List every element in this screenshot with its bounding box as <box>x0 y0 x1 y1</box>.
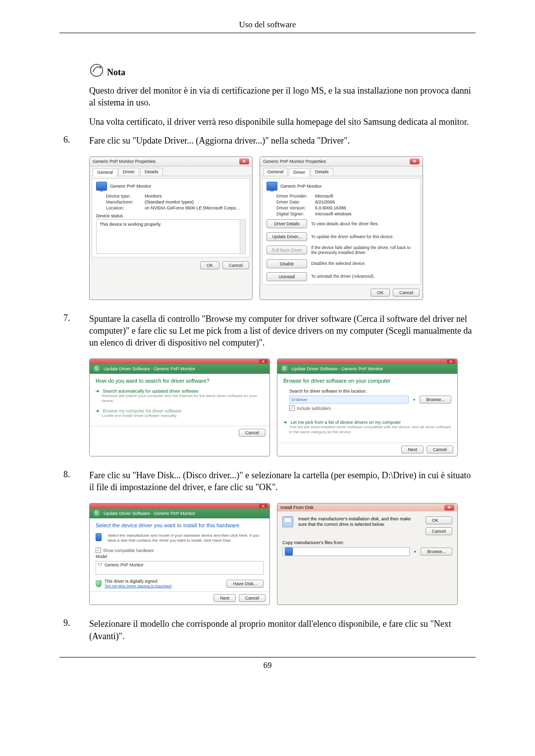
wizard-search-method: ✕ ← Update Driver Software - Generic PnP… <box>89 358 270 456</box>
step-7-text: Spuntare la casella di controllo "Browse… <box>89 313 476 349</box>
copy-from-label: Copy manufacturer's files from: <box>282 540 452 545</box>
close-icon[interactable]: ✕ <box>447 359 455 364</box>
rollback-driver-button[interactable]: Roll Back Driver <box>267 246 307 254</box>
wizard-browse: ✕ ← Update Driver Software - Generic PnP… <box>277 358 458 456</box>
close-icon[interactable]: ✕ <box>444 504 454 510</box>
model-label: Model <box>96 554 264 559</box>
step-6-text: Fare clic su "Update Driver... (Aggiorna… <box>89 135 476 147</box>
model-item: Generic PnP Monitor <box>105 562 144 567</box>
properties-dialog-general: Generic PnP Monitor Properties ✕ General… <box>89 156 253 300</box>
driver-date-label: Driver Date: <box>276 200 315 204</box>
model-list[interactable]: 🛡 Generic PnP Monitor <box>96 561 264 575</box>
close-icon[interactable]: ✕ <box>239 158 249 164</box>
note-icon <box>89 63 104 78</box>
tab-general[interactable]: General <box>263 168 288 176</box>
dialog-title: Generic PnP Monitor Properties <box>93 159 156 164</box>
show-compatible-label: Show compatible hardware <box>103 548 154 553</box>
device-status-label: Device status <box>96 213 246 218</box>
wizard-desc: Select the manufacturer and model of you… <box>107 533 264 543</box>
properties-dialog-driver: Generic PnP Monitor Properties ✕ General… <box>260 156 423 300</box>
disable-button[interactable]: Disable <box>267 259 307 268</box>
dialog-title: Install From Disk <box>280 505 314 510</box>
include-subfolders-checkbox[interactable]: ✓ <box>289 405 295 411</box>
manufacturer-value: (Standard monitor types) <box>145 200 246 204</box>
option-title: Search automatically for updated driver … <box>103 389 199 394</box>
note-paragraph-1: Questo driver del monitor è in via di ce… <box>89 85 476 109</box>
page-number: 69 <box>59 660 476 670</box>
step-7-number: 7. <box>59 313 89 349</box>
browse-button[interactable]: Browse... <box>420 396 451 403</box>
ok-button[interactable]: OK <box>371 289 390 297</box>
have-disk-button[interactable]: Have Disk... <box>226 580 264 588</box>
device-type-value: Monitors <box>145 194 246 199</box>
driver-version-label: Driver Version: <box>276 205 315 210</box>
tab-driver[interactable]: Driver <box>118 168 139 176</box>
browse-button[interactable]: Browse... <box>421 548 452 555</box>
cancel-button[interactable]: Cancel <box>427 446 453 454</box>
update-driver-button[interactable]: Update Driver... <box>267 232 307 241</box>
next-button[interactable]: Next <box>401 446 424 454</box>
cancel-button[interactable]: Cancel <box>426 527 452 535</box>
signing-info-link[interactable]: Tell me why driver signing is important <box>105 584 171 588</box>
option-title: Browse my computer for driver software <box>103 408 182 413</box>
option-browse-computer[interactable]: ➔ Browse my computer for driver software… <box>96 408 264 418</box>
chapter-title: Uso del software <box>59 20 476 30</box>
cancel-button[interactable]: Cancel <box>222 261 249 269</box>
tab-details[interactable]: Details <box>311 168 333 176</box>
install-from-disk-dialog: Install From Disk ✕ Insert the manufactu… <box>277 503 458 605</box>
option-let-me-pick[interactable]: ➔ Let me pick from a list of device driv… <box>283 420 451 434</box>
rollback-driver-desc: If the device fails after updating the d… <box>311 245 416 255</box>
driver-details-desc: To view details about the driver files. <box>311 221 416 226</box>
driver-provider-label: Driver Provider: <box>276 194 315 199</box>
cancel-button[interactable]: Cancel <box>239 594 266 602</box>
next-button[interactable]: Next <box>214 594 236 602</box>
step-8-text: Fare clic su "Have Disk... (Disco driver… <box>89 469 476 494</box>
wizard-breadcrumb: Update Driver Software - Generic PnP Mon… <box>104 366 195 371</box>
option-auto-search[interactable]: ➔ Search automatically for updated drive… <box>96 389 264 403</box>
shield-icon: 🛡 <box>98 562 103 567</box>
footer-rule <box>59 657 476 657</box>
chevron-down-icon[interactable]: ▾ <box>412 398 417 402</box>
wizard-breadcrumb: Update Driver Software - Generic PnP Mon… <box>104 511 195 516</box>
show-compatible-checkbox[interactable]: ✓ <box>96 548 101 553</box>
ok-button[interactable]: OK <box>200 261 219 269</box>
uninstall-button[interactable]: Uninstall <box>267 272 307 281</box>
arrow-icon: ➔ <box>96 408 100 413</box>
close-icon[interactable]: ✕ <box>259 504 268 508</box>
back-icon[interactable]: ← <box>94 365 101 372</box>
path-input[interactable]: D:\Driver <box>289 396 409 403</box>
drive-icon <box>285 548 293 555</box>
driver-provider-value: Microsoft <box>315 194 416 199</box>
device-status-text: This device is working properly. <box>100 222 161 227</box>
monitor-icon <box>96 182 107 191</box>
ok-button[interactable]: OK <box>426 516 452 524</box>
wizard-title: Browse for driver software on your compu… <box>283 378 451 384</box>
arrow-icon: ➔ <box>96 389 100 394</box>
wizard-select-driver: ✕ ← Update Driver Software - Generic PnP… <box>89 503 270 605</box>
option-title: Let me pick from a list of device driver… <box>291 420 401 425</box>
scrollbar[interactable] <box>240 220 245 253</box>
path-value: D:\Driver <box>292 398 308 402</box>
location-value: on NVIDIA GeForce 8600 LE (Microsoft Cor… <box>145 205 246 210</box>
update-driver-desc: To update the driver software for this d… <box>311 234 416 239</box>
back-icon[interactable]: ← <box>281 365 288 372</box>
cancel-button[interactable]: Cancel <box>239 429 266 437</box>
cancel-button[interactable]: Cancel <box>393 289 420 297</box>
header-rule <box>59 33 476 33</box>
copy-from-input[interactable] <box>282 547 410 556</box>
include-subfolders-label: Include subfolders <box>297 406 331 411</box>
location-label: Location: <box>106 205 145 210</box>
note-label: Nota <box>107 67 125 78</box>
close-icon[interactable]: ✕ <box>259 359 268 364</box>
step-8-number: 8. <box>59 469 89 494</box>
driver-details-button[interactable]: Driver Details <box>267 219 307 228</box>
close-icon[interactable]: ✕ <box>410 158 420 164</box>
tab-general[interactable]: General <box>93 168 117 176</box>
option-desc: Windows will search your computer and th… <box>102 394 264 403</box>
arrow-icon: ➔ <box>283 420 287 425</box>
tab-driver[interactable]: Driver <box>289 168 310 176</box>
monitor-icon <box>267 182 277 191</box>
tab-details[interactable]: Details <box>140 168 163 176</box>
chevron-down-icon[interactable]: ▾ <box>413 550 418 554</box>
back-icon[interactable]: ← <box>94 510 101 517</box>
